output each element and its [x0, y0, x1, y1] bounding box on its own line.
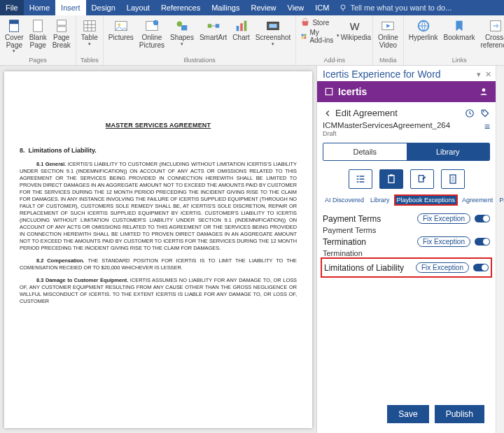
save-button[interactable]: Save	[387, 405, 428, 423]
subtab-agreement[interactable]: Agreement	[460, 195, 495, 205]
bookmark-button[interactable]: Bookmark	[441, 17, 477, 43]
subtab-playbook-exceptions[interactable]: Playbook Exceptions	[394, 194, 458, 206]
svg-point-31	[483, 111, 484, 112]
exception-list: Payment Terms Fix Exception Payment Term…	[323, 211, 490, 399]
svg-rect-14	[215, 24, 219, 28]
ribbon-tabs: File Home Insert Design Layout Reference…	[0, 0, 504, 15]
doc-title: MASTER SERVICES AGREEMENT	[20, 122, 297, 129]
page-break-icon	[54, 18, 69, 34]
publish-button[interactable]: Publish	[435, 405, 484, 423]
paragraph: 8.1 General. ICERTIS'S LIABILITY TO CUST…	[20, 161, 297, 252]
online-video-button[interactable]: Online Video	[376, 17, 400, 50]
seg-library[interactable]: Library	[407, 143, 490, 160]
smartart-icon	[206, 18, 221, 34]
fix-exception-button[interactable]: Fix Exception	[416, 262, 469, 273]
group-media: Online Video Media	[373, 15, 404, 65]
view-doc-button[interactable]	[441, 169, 465, 189]
svg-point-10	[153, 20, 158, 25]
pictures-button[interactable]: Pictures	[106, 17, 136, 43]
edit-icon	[416, 173, 428, 185]
pane-title: Icertis Experience for Word	[323, 69, 441, 80]
svg-rect-15	[236, 26, 239, 31]
screenshot-button[interactable]: Screenshot▾	[253, 17, 293, 48]
paragraph: 8.2 Compensation. THE STANDARD POSITION …	[20, 257, 297, 271]
online-pictures-button[interactable]: Online Pictures	[137, 17, 167, 50]
svg-rect-19	[270, 24, 277, 28]
hyperlink-button[interactable]: Hyperlink	[407, 17, 440, 43]
toggle[interactable]	[473, 264, 489, 271]
my-addins-button[interactable]: My Add-ins ▾	[299, 28, 340, 45]
tab-design[interactable]: Design	[86, 0, 121, 15]
subtab-library[interactable]: Library	[368, 195, 392, 205]
svg-point-11	[177, 22, 182, 27]
tab-insert[interactable]: Insert	[55, 0, 86, 15]
tab-mailings[interactable]: Mailings	[206, 0, 245, 15]
fix-exception-button[interactable]: Fix Exception	[417, 213, 470, 224]
cover-page-icon	[6, 18, 22, 34]
brand-icon	[324, 87, 334, 97]
clipboard-icon	[386, 173, 397, 185]
subtab-ai[interactable]: AI Discovered	[323, 195, 366, 205]
smartart-button[interactable]: SmartArt	[197, 17, 229, 43]
tab-icm[interactable]: ICM	[309, 0, 335, 15]
blank-page-button[interactable]: Blank Page	[27, 17, 49, 50]
work-area: MASTER SERVICES AGREEMENT 8. Limitations…	[0, 66, 504, 433]
hamburger-icon[interactable]: ≡	[484, 121, 490, 132]
svg-rect-16	[240, 23, 243, 31]
wikipedia-icon: W	[348, 18, 363, 34]
table-button[interactable]: Table▾	[79, 17, 100, 48]
agreement-name: ICMMasterServicesAgreement_264	[323, 121, 450, 129]
group-pages: Cover Page▾ Blank Page Page Break Pages	[0, 15, 76, 65]
fix-exception-button[interactable]: Fix Exception	[417, 236, 470, 247]
tab-review[interactable]: Review	[246, 0, 282, 15]
pane-close-button[interactable]: ✕	[485, 70, 491, 79]
chart-button[interactable]: Chart	[230, 17, 251, 43]
document-icon	[447, 173, 458, 185]
tab-file[interactable]: File	[0, 0, 24, 15]
tab-view[interactable]: View	[282, 0, 310, 15]
tab-references[interactable]: References	[155, 0, 206, 15]
clock-icon[interactable]	[465, 108, 475, 118]
store-button[interactable]: Store	[299, 17, 340, 28]
group-illustrations: Pictures Online Pictures Shapes▾ SmartAr…	[104, 15, 297, 65]
user-icon[interactable]	[479, 87, 489, 97]
subtab-parent[interactable]: Parent	[497, 195, 504, 205]
exception-child: Payment Terms	[323, 226, 490, 234]
view-clipboard-button[interactable]	[379, 169, 403, 189]
tag-icon[interactable]	[480, 108, 490, 118]
svg-text:W: W	[350, 21, 360, 32]
list-icon	[355, 173, 366, 185]
cover-page-button[interactable]: Cover Page▾	[3, 17, 26, 55]
group-tables: Table▾ Tables	[76, 15, 104, 65]
shapes-button[interactable]: Shapes▾	[168, 17, 196, 48]
screenshot-icon	[265, 18, 281, 34]
tab-home[interactable]: Home	[24, 0, 55, 15]
document-canvas[interactable]: MASTER SERVICES AGREEMENT 8. Limitations…	[0, 66, 316, 433]
pane-footer: Save Publish	[323, 399, 490, 429]
view-edit-button[interactable]	[410, 169, 434, 189]
toggle[interactable]	[475, 238, 490, 246]
segmented-control: Details Library	[323, 143, 490, 161]
brand-bar: Icertis	[317, 81, 496, 102]
svg-rect-21	[304, 34, 307, 36]
tell-me-search[interactable]: Tell me what you want to do...	[339, 3, 451, 12]
seg-details[interactable]: Details	[323, 143, 407, 160]
back-icon[interactable]	[323, 108, 332, 118]
wikipedia-button[interactable]: WWikipedia	[342, 17, 370, 43]
toggle[interactable]	[475, 215, 490, 222]
view-list-button[interactable]	[349, 169, 372, 189]
group-label: Links	[452, 57, 467, 65]
library-view-icons	[323, 169, 490, 189]
page-break-button[interactable]: Page Break	[50, 17, 73, 50]
tab-layout[interactable]: Layout	[121, 0, 155, 15]
svg-rect-6	[84, 21, 96, 31]
pane-menu-button[interactable]: ▾	[477, 70, 481, 79]
group-label: Tables	[80, 57, 99, 65]
svg-point-29	[482, 88, 486, 92]
exception-name: Payment Terms	[323, 214, 381, 224]
svg-rect-33	[390, 174, 393, 176]
cross-reference-button[interactable]: Cross- reference	[479, 17, 505, 50]
vertical-scrollbar[interactable]	[496, 66, 504, 433]
group-label: Add-ins	[323, 57, 345, 65]
group-addins: Store My Add-ins ▾ WWikipedia Add-ins	[296, 15, 372, 65]
